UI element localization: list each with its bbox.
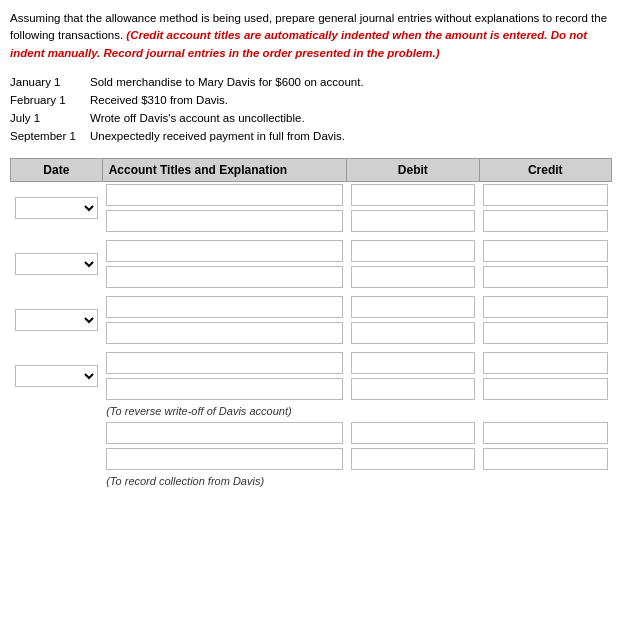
group3-account2 bbox=[102, 320, 346, 346]
group2-account1 bbox=[102, 238, 346, 264]
group4b-account2 bbox=[102, 446, 346, 472]
trans-date-1: February 1 bbox=[10, 94, 90, 106]
group3-debit2 bbox=[347, 320, 479, 346]
group4-date-cell: January 1 February 1 July 1 September 1 bbox=[11, 350, 103, 402]
note-reverse-date bbox=[11, 402, 103, 420]
group4-account1 bbox=[102, 350, 346, 376]
group2-debit2-input[interactable] bbox=[351, 266, 475, 288]
trans-desc-3: Unexpectedly received payment in full fr… bbox=[90, 130, 612, 142]
group4-credit1-input[interactable] bbox=[483, 352, 607, 374]
group2-account2-input[interactable] bbox=[106, 266, 342, 288]
group3-credit1 bbox=[479, 294, 611, 320]
group1-credit2-input[interactable] bbox=[483, 210, 607, 232]
group4b-debit1 bbox=[347, 420, 479, 446]
trans-date-0: January 1 bbox=[10, 76, 90, 88]
group4-debit1 bbox=[347, 350, 479, 376]
header-debit: Debit bbox=[347, 158, 479, 181]
transaction-row-0: January 1 Sold merchandise to Mary Davis… bbox=[10, 76, 612, 88]
group4-debit2 bbox=[347, 376, 479, 402]
group3-account1 bbox=[102, 294, 346, 320]
transactions-list: January 1 Sold merchandise to Mary Davis… bbox=[10, 76, 612, 142]
group4b-account1 bbox=[102, 420, 346, 446]
group1-date-select[interactable]: January 1 February 1 July 1 September 1 bbox=[15, 197, 99, 219]
group4b-row1 bbox=[11, 420, 612, 446]
group4b-credit2 bbox=[479, 446, 611, 472]
group2-credit1 bbox=[479, 238, 611, 264]
group1-credit2 bbox=[479, 208, 611, 234]
group4-debit2-input[interactable] bbox=[351, 378, 475, 400]
group3-date-cell: January 1 February 1 July 1 September 1 bbox=[11, 294, 103, 346]
trans-desc-1: Received $310 from Davis. bbox=[90, 94, 612, 106]
group3-debit2-input[interactable] bbox=[351, 322, 475, 344]
group2-account2 bbox=[102, 264, 346, 290]
group3-row1: January 1 February 1 July 1 September 1 bbox=[11, 294, 612, 320]
group1-debit1-input[interactable] bbox=[351, 184, 475, 206]
group4b-credit1-input[interactable] bbox=[483, 422, 607, 444]
group1-account2 bbox=[102, 208, 346, 234]
note-collection-date bbox=[11, 472, 103, 490]
trans-date-2: July 1 bbox=[10, 112, 90, 124]
group2-debit2 bbox=[347, 264, 479, 290]
group4-credit1 bbox=[479, 350, 611, 376]
trans-desc-2: Wrote off Davis's account as uncollectib… bbox=[90, 112, 612, 124]
group4b-account1-input[interactable] bbox=[106, 422, 342, 444]
group4b-credit2-input[interactable] bbox=[483, 448, 607, 470]
journal-table: Date Account Titles and Explanation Debi… bbox=[10, 158, 612, 490]
group1-date-cell: January 1 February 1 July 1 September 1 bbox=[11, 181, 103, 234]
group4-credit2 bbox=[479, 376, 611, 402]
group4-row1: January 1 February 1 July 1 September 1 bbox=[11, 350, 612, 376]
header-date: Date bbox=[11, 158, 103, 181]
group3-date-select[interactable]: January 1 February 1 July 1 September 1 bbox=[15, 309, 99, 331]
transaction-row-3: September 1 Unexpectedly received paymen… bbox=[10, 130, 612, 142]
group4b-debit2 bbox=[347, 446, 479, 472]
header-account: Account Titles and Explanation bbox=[102, 158, 346, 181]
group1-row1: January 1 February 1 July 1 September 1 bbox=[11, 181, 612, 208]
trans-desc-0: Sold merchandise to Mary Davis for $600 … bbox=[90, 76, 612, 88]
group2-account1-input[interactable] bbox=[106, 240, 342, 262]
group4b-date-empty2 bbox=[11, 446, 103, 472]
group3-account1-input[interactable] bbox=[106, 296, 342, 318]
group2-row1: January 1 February 1 July 1 September 1 bbox=[11, 238, 612, 264]
group3-debit1-input[interactable] bbox=[351, 296, 475, 318]
group2-debit1 bbox=[347, 238, 479, 264]
instructions-line2: transactions. bbox=[58, 29, 123, 41]
group1-account1 bbox=[102, 181, 346, 208]
group2-credit1-input[interactable] bbox=[483, 240, 607, 262]
note-reverse-row: (To reverse write-off of Davis account) bbox=[11, 402, 612, 420]
transaction-row-2: July 1 Wrote off Davis's account as unco… bbox=[10, 112, 612, 124]
group4b-debit1-input[interactable] bbox=[351, 422, 475, 444]
group2-date-cell: January 1 February 1 July 1 September 1 bbox=[11, 238, 103, 290]
group4b-account2-input[interactable] bbox=[106, 448, 342, 470]
group4b-row2 bbox=[11, 446, 612, 472]
group4-credit2-input[interactable] bbox=[483, 378, 607, 400]
group1-account2-input[interactable] bbox=[106, 210, 342, 232]
trans-date-3: September 1 bbox=[10, 130, 90, 142]
group4b-credit1 bbox=[479, 420, 611, 446]
group4-date-select[interactable]: January 1 February 1 July 1 September 1 bbox=[15, 365, 99, 387]
note-reverse-text: (To reverse write-off of Davis account) bbox=[102, 402, 611, 420]
group3-account2-input[interactable] bbox=[106, 322, 342, 344]
group3-debit1 bbox=[347, 294, 479, 320]
instructions: Assuming that the allowance method is be… bbox=[10, 10, 612, 62]
group2-date-select[interactable]: January 1 February 1 July 1 September 1 bbox=[15, 253, 99, 275]
group1-credit1 bbox=[479, 181, 611, 208]
group2-debit1-input[interactable] bbox=[351, 240, 475, 262]
group1-debit2 bbox=[347, 208, 479, 234]
group2-credit2-input[interactable] bbox=[483, 266, 607, 288]
header-credit: Credit bbox=[479, 158, 611, 181]
group4-account2-input[interactable] bbox=[106, 378, 342, 400]
group3-credit2 bbox=[479, 320, 611, 346]
note-collection-text: (To record collection from Davis) bbox=[102, 472, 611, 490]
group1-debit2-input[interactable] bbox=[351, 210, 475, 232]
group4-debit1-input[interactable] bbox=[351, 352, 475, 374]
group2-credit2 bbox=[479, 264, 611, 290]
group1-account1-input[interactable] bbox=[106, 184, 342, 206]
group1-debit1 bbox=[347, 181, 479, 208]
group1-credit1-input[interactable] bbox=[483, 184, 607, 206]
group4-account1-input[interactable] bbox=[106, 352, 342, 374]
group4-account2 bbox=[102, 376, 346, 402]
transaction-row-1: February 1 Received $310 from Davis. bbox=[10, 94, 612, 106]
group3-credit1-input[interactable] bbox=[483, 296, 607, 318]
group3-credit2-input[interactable] bbox=[483, 322, 607, 344]
group4b-debit2-input[interactable] bbox=[351, 448, 475, 470]
